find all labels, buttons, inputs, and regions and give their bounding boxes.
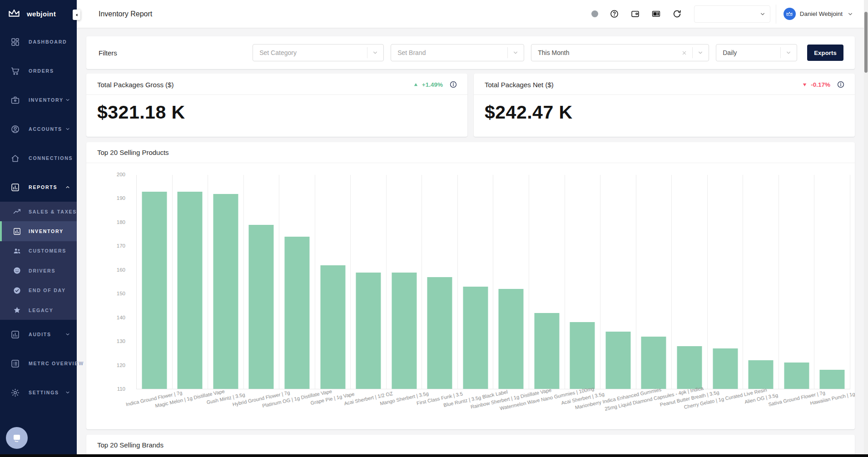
vertical-scrollbar[interactable] xyxy=(864,0,868,457)
stat-title: Total Packages Net ($) xyxy=(485,81,554,89)
sidebar-item-label: SALES & TAXES xyxy=(29,209,77,214)
brand-select[interactable]: Set Brand xyxy=(391,44,524,61)
y-axis-label: 120 xyxy=(97,363,125,368)
triangle-up-icon xyxy=(413,82,419,88)
chart-column xyxy=(208,175,244,389)
category-select[interactable]: Set Category xyxy=(253,44,384,61)
sidebar-item-label: AUDITS xyxy=(29,332,51,337)
clear-icon[interactable] xyxy=(681,50,688,56)
bar[interactable] xyxy=(605,332,630,389)
sidebar-item-label: REPORTS xyxy=(29,184,57,190)
divider xyxy=(507,47,508,58)
gear-icon xyxy=(10,388,20,397)
sidebar-item-label: CUSTOMERS xyxy=(29,248,66,253)
sidebar-item-sales-taxes[interactable]: SALES & TAXES xyxy=(0,202,77,221)
bar[interactable] xyxy=(284,237,309,389)
chart-column xyxy=(173,175,208,389)
header-dropdown[interactable] xyxy=(694,5,770,23)
bar[interactable] xyxy=(320,265,345,389)
sidebar-item-label: ORDERS xyxy=(29,68,54,74)
people-icon xyxy=(13,247,21,255)
sidebar-item-settings[interactable]: SETTINGS xyxy=(0,378,77,407)
info-icon[interactable] xyxy=(449,80,457,89)
billing-icon[interactable] xyxy=(651,9,661,19)
sidebar-item-inventory[interactable]: INVENTORY xyxy=(0,221,77,241)
y-axis-label: 110 xyxy=(97,386,125,392)
sidebar-collapse-button[interactable] xyxy=(73,10,80,20)
sidebar-item-label: END OF DAY xyxy=(29,288,66,293)
chevron-down-icon xyxy=(64,331,71,338)
chevron-down-icon xyxy=(785,49,792,56)
y-axis-label: 130 xyxy=(97,338,125,344)
chevron-down-icon xyxy=(64,126,71,132)
chat-launcher-button[interactable] xyxy=(6,427,28,449)
brand-name: webjoint xyxy=(27,10,56,18)
exports-button[interactable]: Exports xyxy=(807,45,843,61)
bar[interactable] xyxy=(356,273,381,389)
trend-up-icon xyxy=(13,207,21,216)
chevron-down-icon xyxy=(64,389,71,396)
sidebar-item-connections[interactable]: CONNECTIONS xyxy=(0,144,77,173)
filters-card: Filters Set Category Set Brand This Mont… xyxy=(86,36,855,69)
sidebar-item-end-of-day[interactable]: END OF DAY xyxy=(0,281,77,300)
star-icon xyxy=(13,306,21,314)
sidebar-item-drivers[interactable]: DRIVERS xyxy=(0,261,77,280)
bar[interactable] xyxy=(820,370,845,389)
sidebar-item-accounts[interactable]: ACCOUNTS xyxy=(0,114,77,144)
plot-area xyxy=(136,175,850,389)
interval-select[interactable]: Daily xyxy=(716,44,797,61)
stat-card-gross: Total Packages Gross ($) +1.49% $321.18 … xyxy=(86,74,467,137)
page-title: Inventory Report xyxy=(99,10,152,18)
bar[interactable] xyxy=(784,363,809,389)
chart-column xyxy=(814,175,850,389)
bar[interactable] xyxy=(534,313,559,389)
chevron-up-icon xyxy=(64,184,71,190)
sidebar-item-label: CONNECTIONS xyxy=(29,155,73,161)
y-axis-label: 170 xyxy=(97,243,125,248)
sidebar-item-reports[interactable]: REPORTS xyxy=(0,173,77,202)
help-icon[interactable] xyxy=(610,9,619,19)
sidebar-item-orders[interactable]: ORDERS xyxy=(0,56,77,85)
bar[interactable] xyxy=(213,194,238,389)
divider xyxy=(367,47,367,58)
user-menu[interactable]: Daniel Webjoint xyxy=(776,8,854,20)
sidebar-item-customers[interactable]: CUSTOMERS xyxy=(0,241,77,261)
bar[interactable] xyxy=(713,348,738,389)
chevron-down-icon xyxy=(64,97,71,103)
stat-card-net: Total Packages Net ($) -0.17% $242.47 K xyxy=(474,74,855,137)
bar[interactable] xyxy=(142,192,167,389)
bar[interactable] xyxy=(249,225,274,389)
brand[interactable]: webjoint xyxy=(0,0,77,27)
refresh-icon[interactable] xyxy=(672,9,682,19)
scrollbar-thumb[interactable] xyxy=(864,12,868,73)
chart-column xyxy=(351,175,387,389)
bar[interactable] xyxy=(641,337,666,389)
sidebar-item-label: SETTINGS xyxy=(29,390,59,395)
bar[interactable] xyxy=(178,192,203,389)
sidebar-item-dashboard[interactable]: DASHBOARD xyxy=(0,27,77,56)
wallet-icon[interactable] xyxy=(630,9,640,19)
sidebar-item-legacy[interactable]: LEGACY xyxy=(0,300,77,320)
sidebar-item-inventory[interactable]: INVENTORY xyxy=(0,85,77,114)
bar[interactable] xyxy=(677,346,702,389)
y-axis-label: 160 xyxy=(97,267,125,273)
bar[interactable] xyxy=(749,360,774,389)
bar[interactable] xyxy=(392,273,417,389)
chart-column xyxy=(279,175,315,389)
collapse-arrow-icon xyxy=(74,12,79,18)
bar-chart-icon xyxy=(10,183,20,192)
bar[interactable] xyxy=(499,289,524,389)
chart-title: Top 20 Selling Products xyxy=(86,142,855,163)
chart-column xyxy=(600,175,636,389)
date-range-select[interactable]: This Month xyxy=(531,44,709,61)
chevron-down-icon xyxy=(372,49,379,56)
bar[interactable] xyxy=(463,287,488,389)
bar[interactable] xyxy=(570,322,595,389)
top-products-card: Top 20 Selling Products 2001901801701601… xyxy=(86,142,855,429)
chevron-down-icon xyxy=(697,49,704,56)
bar-chart-icon xyxy=(10,330,20,339)
bar[interactable] xyxy=(427,277,452,389)
sidebar-item-metrc-overview[interactable]: METRC OVERVIEW xyxy=(0,349,77,378)
sidebar-item-audits[interactable]: AUDITS xyxy=(0,320,77,349)
info-icon[interactable] xyxy=(837,80,845,89)
